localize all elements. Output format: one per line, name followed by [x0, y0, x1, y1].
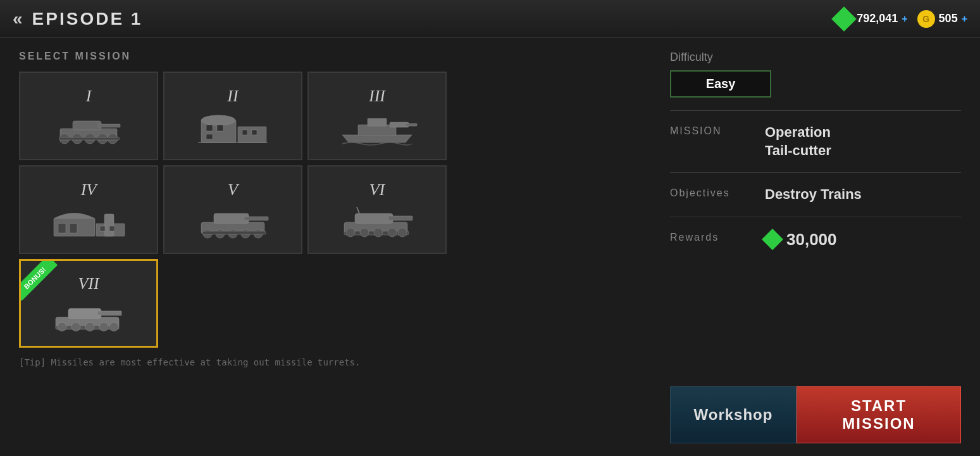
svg-rect-25 [58, 224, 66, 233]
diamond-amount: 792,041 [857, 12, 898, 25]
mission-grid: I [19, 72, 651, 348]
mission-cell-5[interactable]: V [163, 165, 302, 254]
currency-area: 792,041 + G 505 + [835, 10, 967, 28]
svg-point-44 [360, 228, 369, 237]
gold-currency: G 505 + [917, 10, 967, 28]
tip-text: [Tip] Missiles are most effective at tak… [19, 357, 651, 367]
left-panel: SELECT MISSION I [19, 51, 651, 443]
svg-point-52 [58, 322, 66, 331]
svg-rect-31 [244, 217, 268, 220]
svg-rect-24 [104, 214, 114, 236]
mission-key: MISSION [670, 124, 746, 137]
right-panel: Difficulty Easy MISSION Operation Tail-c… [670, 51, 961, 443]
svg-rect-19 [368, 118, 387, 126]
svg-rect-16 [252, 130, 257, 135]
mission-numeral-2: II [227, 87, 238, 106]
mission-icon-5 [195, 205, 271, 239]
divider-2 [670, 217, 961, 217]
bonus-ribbon: BONUS! [21, 261, 65, 305]
svg-rect-1 [73, 121, 101, 130]
svg-line-41 [357, 207, 359, 213]
rewards-value: 30,000 [765, 230, 837, 250]
svg-rect-14 [206, 134, 213, 139]
header: « EPISODE 1 792,041 + G 505 + [0, 0, 980, 38]
select-mission-label: SELECT MISSION [19, 51, 651, 62]
svg-point-45 [374, 228, 383, 237]
svg-point-54 [85, 322, 94, 331]
mission-numeral-6: VI [369, 180, 385, 200]
diamond-currency: 792,041 + [835, 10, 907, 28]
difficulty-button[interactable]: Easy [670, 70, 771, 98]
action-buttons: Workshop START MISSION [670, 386, 961, 443]
svg-rect-40 [388, 216, 412, 220]
mission-name-row: MISSION Operation Tail-cutter [670, 124, 961, 160]
svg-rect-37 [202, 231, 266, 234]
svg-rect-27 [100, 226, 105, 231]
bonus-label: BONUS! [21, 261, 58, 301]
svg-rect-39 [355, 213, 393, 224]
mission-icon-1 [51, 111, 127, 146]
rewards-key: Rewards [670, 230, 746, 243]
mission-value-line1: Operation [765, 124, 831, 142]
objectives-value: Destroy Trains [765, 186, 862, 204]
main-container: « EPISODE 1 792,041 + G 505 + SELECT MIS… [0, 0, 980, 456]
mission-numeral-5: V [228, 180, 238, 200]
svg-rect-50 [97, 311, 121, 315]
gold-icon: G [917, 10, 935, 28]
mission-info: MISSION Operation Tail-cutter Objectives… [670, 110, 961, 262]
mission-cell-2[interactable]: II [163, 72, 302, 160]
svg-rect-12 [206, 125, 213, 131]
add-diamond-button[interactable]: + [902, 13, 907, 25]
diamond-icon [831, 6, 857, 32]
svg-rect-8 [59, 137, 120, 140]
mission-cell-3[interactable]: III [307, 72, 447, 160]
objectives-key: Objectives [670, 186, 746, 199]
reward-amount: 30,000 [786, 230, 837, 250]
mission-icon-4 [51, 205, 127, 239]
mission-icon-3 [339, 111, 415, 146]
back-button[interactable]: « [13, 9, 23, 29]
difficulty-label: Difficulty [670, 51, 961, 64]
svg-rect-13 [217, 125, 223, 131]
mission-numeral-4: IV [81, 180, 97, 200]
mission-cell-7[interactable]: BONUS! VII [19, 259, 158, 348]
episode-title: EPISODE 1 [32, 9, 836, 29]
mission-value: Operation Tail-cutter [765, 124, 831, 160]
mission-numeral-3: III [369, 87, 385, 106]
svg-rect-15 [242, 130, 247, 135]
svg-rect-21 [406, 124, 417, 126]
start-mission-button[interactable]: START MISSION [797, 386, 961, 443]
mission-icon-2 [195, 111, 271, 146]
svg-point-55 [99, 322, 108, 331]
mission-cell-6[interactable]: VI [307, 165, 447, 254]
svg-point-47 [398, 228, 407, 237]
content-area: SELECT MISSION I [0, 38, 980, 456]
mission-cell-4[interactable]: IV [19, 165, 158, 254]
workshop-button[interactable]: Workshop [670, 386, 797, 443]
svg-point-43 [346, 228, 355, 237]
mission-cell-1[interactable]: I [19, 72, 158, 160]
svg-rect-2 [98, 124, 120, 127]
rewards-row: Rewards 30,000 [670, 230, 961, 250]
svg-point-10 [201, 115, 235, 125]
mission-numeral-1: I [86, 87, 92, 106]
mission-numeral-7: VII [78, 274, 99, 293]
reward-diamond-icon [762, 229, 783, 250]
objectives-row: Objectives Destroy Trains [670, 186, 961, 204]
add-gold-button[interactable]: + [962, 13, 967, 25]
svg-point-46 [388, 228, 397, 237]
svg-rect-30 [214, 213, 249, 224]
mission-value-line2: Tail-cutter [765, 142, 831, 160]
gold-amount: 505 [939, 12, 958, 25]
svg-rect-26 [70, 224, 77, 233]
svg-rect-28 [109, 226, 115, 231]
mission-icon-6 [339, 205, 415, 239]
svg-point-56 [109, 322, 118, 331]
svg-rect-49 [68, 308, 101, 319]
divider-1 [670, 172, 961, 173]
svg-point-53 [71, 322, 80, 331]
